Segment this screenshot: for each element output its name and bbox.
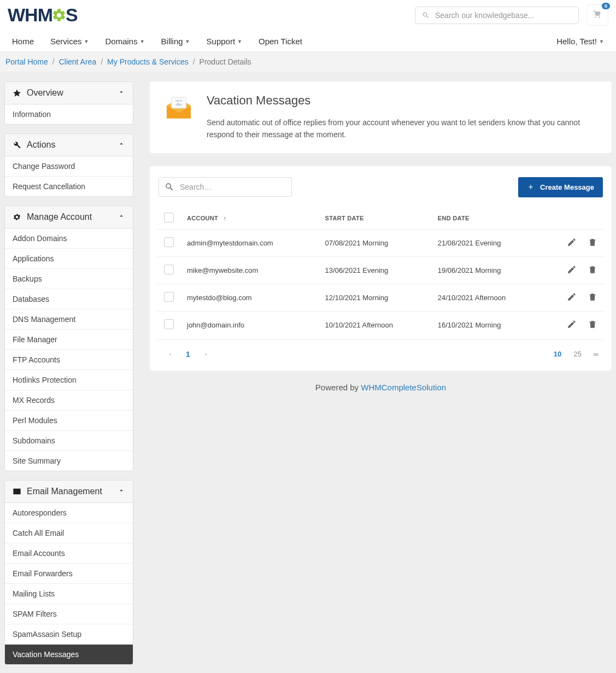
edit-icon[interactable]	[567, 237, 577, 247]
page-size-option[interactable]: 25	[573, 350, 581, 358]
column-header-start[interactable]: START DATE	[319, 207, 431, 230]
sidebar-section-overview[interactable]: Overview	[5, 82, 133, 104]
breadcrumb-link[interactable]: Portal Home	[5, 57, 48, 66]
sidebar-item-perl-modules[interactable]: Perl Modules	[5, 411, 133, 431]
sidebar-item-autoresponders[interactable]: Autoresponders	[5, 503, 133, 523]
sidebar-item-request-cancellation[interactable]: Request Cancellation	[5, 177, 133, 196]
table-row: mytestdo@blog.com12/10/2021 Morning24/10…	[157, 284, 604, 311]
cell-end-date: 21/08/2021 Evening	[431, 229, 544, 256]
wrench-icon	[13, 141, 21, 149]
svg-text:out of: out of	[175, 99, 182, 102]
prev-page-button[interactable]	[163, 348, 177, 361]
sidebar-item-databases[interactable]: Databases	[5, 289, 133, 309]
cell-start-date: 07/08/2021 Morning	[319, 229, 431, 256]
sidebar-section-actions[interactable]: Actions	[5, 134, 133, 156]
column-header-account[interactable]: ACCOUNT ↑	[180, 207, 319, 230]
nav-item-home[interactable]: Home	[12, 37, 34, 46]
sidebar-item-addon-domains[interactable]: Addon Domains	[5, 229, 133, 249]
star-icon	[13, 89, 21, 97]
page-title: Vacation Messages	[207, 93, 597, 108]
row-checkbox[interactable]	[164, 237, 174, 247]
sidebar-item-file-manager[interactable]: File Manager	[5, 330, 133, 350]
nav-item-services[interactable]: Services▼	[50, 37, 89, 46]
delete-icon[interactable]	[588, 265, 597, 274]
page-size-option[interactable]: ∞	[594, 350, 599, 358]
cell-end-date: 19/06/2021 Morning	[431, 256, 544, 284]
sidebar-item-email-forwarders[interactable]: Email Forwarders	[5, 564, 133, 584]
search-icon	[422, 11, 430, 19]
sidebar-item-ftp-accounts[interactable]: FTP Accounts	[5, 350, 133, 370]
chevron-down-icon: ▼	[237, 39, 242, 44]
create-message-label: Create Message	[540, 183, 594, 191]
chevron-down-icon: ▼	[84, 39, 89, 44]
sidebar-item-backups[interactable]: Backups	[5, 269, 133, 289]
cell-start-date: 12/10/2021 Morning	[319, 284, 431, 311]
delete-icon[interactable]	[588, 319, 597, 329]
cart-button[interactable]: 0	[586, 4, 608, 26]
sort-asc-icon: ↑	[223, 215, 226, 221]
logo-text-1: WHM	[8, 4, 52, 26]
sidebar-section-manage-account[interactable]: Manage Account	[5, 206, 133, 229]
nav-item-domains[interactable]: Domains▼	[105, 37, 144, 46]
cell-end-date: 24/10/2021 Afternoon	[431, 284, 544, 311]
edit-icon[interactable]	[567, 265, 577, 274]
cell-start-date: 10/10/2021 Afternoon	[319, 311, 431, 338]
logo-text-2: S	[66, 4, 78, 26]
kb-search-input[interactable]	[435, 11, 572, 20]
sidebar-item-hotlinks-protection[interactable]: Hotlinks Protection	[5, 370, 133, 390]
logo[interactable]: WHM S	[8, 4, 78, 26]
sidebar-item-mailing-lists[interactable]: Mailing Lists	[5, 584, 133, 604]
sidebar-item-mx-records[interactable]: MX Records	[5, 390, 133, 411]
chevron-down-icon: ▼	[599, 39, 604, 44]
nav-item-support[interactable]: Support▼	[207, 37, 242, 46]
sidebar-item-dns-management[interactable]: DNS Management	[5, 309, 133, 330]
cell-account: john@domain.info	[180, 311, 319, 338]
plus-icon	[527, 183, 535, 191]
column-header-end[interactable]: END DATE	[431, 207, 544, 230]
sidebar-item-spam-filters[interactable]: SPAM Filters	[5, 604, 133, 624]
page-number[interactable]: 1	[177, 348, 199, 361]
breadcrumb: Portal Home/Client Area/My Products & Se…	[0, 52, 616, 72]
cell-account: admin@mytestdomain.com	[180, 229, 319, 256]
nav-item-billing[interactable]: Billing▼	[161, 37, 190, 46]
next-page-button[interactable]	[199, 348, 213, 361]
cell-end-date: 16/10/2021 Morning	[431, 311, 544, 338]
sidebar-item-applications[interactable]: Applications	[5, 249, 133, 269]
sidebar-item-catch-all-email[interactable]: Catch All Email	[5, 523, 133, 543]
edit-icon[interactable]	[567, 292, 577, 302]
edit-icon[interactable]	[567, 319, 577, 329]
breadcrumb-current: Product Details	[200, 57, 251, 66]
delete-icon[interactable]	[588, 292, 597, 302]
sidebar-item-subdomains[interactable]: Subdomains	[5, 431, 133, 451]
delete-icon[interactable]	[588, 237, 597, 247]
chevron-up-icon	[118, 487, 125, 496]
footer: Powered by WHMCompleteSolution	[150, 371, 612, 408]
row-checkbox[interactable]	[164, 319, 174, 329]
select-all-checkbox[interactable]	[164, 213, 174, 223]
gear-icon	[51, 8, 67, 23]
chevron-down-icon: ▼	[185, 39, 190, 44]
table-search[interactable]	[159, 177, 292, 197]
user-menu[interactable]: Hello, Test! ▼	[556, 37, 604, 46]
sidebar-section-email-management[interactable]: Email Management	[5, 481, 133, 503]
create-message-button[interactable]: Create Message	[518, 177, 603, 197]
sidebar-item-information[interactable]: Information	[5, 104, 133, 124]
table-search-input[interactable]	[180, 183, 286, 191]
chevron-up-icon	[118, 88, 125, 98]
nav-item-open-ticket[interactable]: Open Ticket	[259, 37, 302, 46]
sidebar-item-vacation-messages[interactable]: Vacation Messages	[5, 645, 133, 664]
row-checkbox[interactable]	[164, 265, 174, 274]
powered-by-link[interactable]: WHMCompleteSolution	[361, 383, 446, 392]
user-greeting: Hello, Test!	[556, 37, 597, 46]
page-size-option[interactable]: 10	[554, 350, 561, 358]
sidebar-item-spamassasin-setup[interactable]: SpamAssasin Setup	[5, 624, 133, 645]
sidebar-item-site-summary[interactable]: Site Summary	[5, 451, 133, 471]
row-checkbox[interactable]	[164, 292, 174, 302]
sidebar-item-change-password[interactable]: Change Password	[5, 156, 133, 177]
breadcrumb-link[interactable]: My Products & Services	[107, 57, 189, 66]
table-row: john@domain.info10/10/2021 Afternoon16/1…	[157, 311, 604, 338]
sidebar-item-email-accounts[interactable]: Email Accounts	[5, 543, 133, 564]
breadcrumb-link[interactable]: Client Area	[59, 57, 96, 66]
cell-account: mytestdo@blog.com	[180, 284, 319, 311]
kb-search[interactable]	[415, 7, 579, 24]
